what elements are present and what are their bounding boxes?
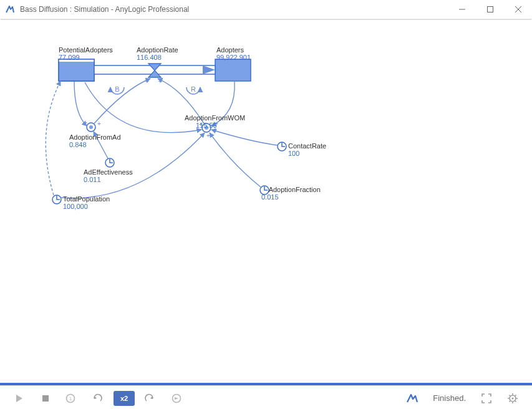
label-adopters: Adopters 99,922.901: [216, 46, 251, 61]
close-button[interactable]: [504, 0, 532, 19]
window-title: Bass Diffusion : Simulation - AnyLogic P…: [20, 5, 448, 14]
sim-toolbar: 1 x2 Finished.: [0, 385, 532, 409]
aux-total-population[interactable]: [52, 195, 61, 204]
settings-button[interactable]: [502, 391, 523, 406]
loop-reinforcing: R: [186, 85, 200, 94]
stock-adopters[interactable]: [215, 59, 251, 81]
fullscreen-button[interactable]: [476, 391, 497, 406]
minimize-button[interactable]: [448, 0, 476, 19]
loop-balancing: B: [110, 85, 124, 94]
label-total-population: TotalPopulation 100,000: [63, 195, 110, 210]
sim-status: Finished.: [433, 393, 466, 403]
slow-down-button[interactable]: [87, 391, 109, 406]
svg-text:B: B: [115, 85, 119, 93]
svg-point-12: [89, 125, 93, 129]
realtime-button[interactable]: [166, 391, 187, 406]
svg-line-39: [515, 395, 516, 396]
svg-text:1: 1: [69, 396, 72, 402]
svg-text:+: +: [97, 120, 101, 127]
svg-rect-1: [487, 7, 493, 12]
aux-adoption-from-ad[interactable]: [87, 123, 95, 132]
svg-line-38: [515, 401, 516, 402]
svg-point-32: [512, 397, 514, 399]
svg-rect-7: [215, 59, 251, 81]
window-controls: [448, 0, 532, 19]
simulation-canvas[interactable]: B R: [1, 19, 531, 383]
speed-x1-button[interactable]: 1: [61, 391, 82, 406]
label-contact-rate: ContactRate 100: [288, 142, 326, 157]
svg-rect-4: [59, 59, 94, 81]
titlebar: Bass Diffusion : Simulation - AnyLogic P…: [0, 0, 532, 19]
anylogic-logo-icon[interactable]: [402, 391, 423, 406]
stop-button[interactable]: [35, 391, 56, 406]
speed-up-button[interactable]: [140, 391, 161, 406]
label-adoption-from-wom: AdoptionFromWOM 115.56: [185, 114, 245, 129]
play-button[interactable]: [9, 391, 30, 406]
aux-contact-rate[interactable]: [278, 142, 286, 151]
label-adoption-from-ad: AdoptionFromAd 0.848: [69, 133, 121, 148]
label-adoption-fraction: AdoptionFraction 0.015: [261, 186, 321, 201]
progress-fill: [0, 383, 532, 385]
svg-line-37: [510, 395, 511, 396]
flow-adoption-rate[interactable]: [94, 64, 215, 77]
svg-rect-27: [42, 395, 49, 402]
label-adoption-rate: AdoptionRate 116.408: [137, 46, 178, 61]
speed-indicator[interactable]: x2: [114, 391, 135, 406]
label-potential-adopters: PotentialAdopters 77.099: [59, 46, 113, 61]
aux-ad-effectiveness[interactable]: [105, 158, 114, 167]
label-ad-effectiveness: AdEffectiveness 0.011: [84, 168, 133, 183]
svg-line-40: [510, 401, 511, 402]
app-icon: [5, 4, 15, 14]
progress-bar[interactable]: [0, 383, 532, 385]
stock-potential-adopters[interactable]: [59, 59, 94, 81]
maximize-button[interactable]: [476, 0, 504, 19]
svg-text:R: R: [191, 85, 196, 93]
